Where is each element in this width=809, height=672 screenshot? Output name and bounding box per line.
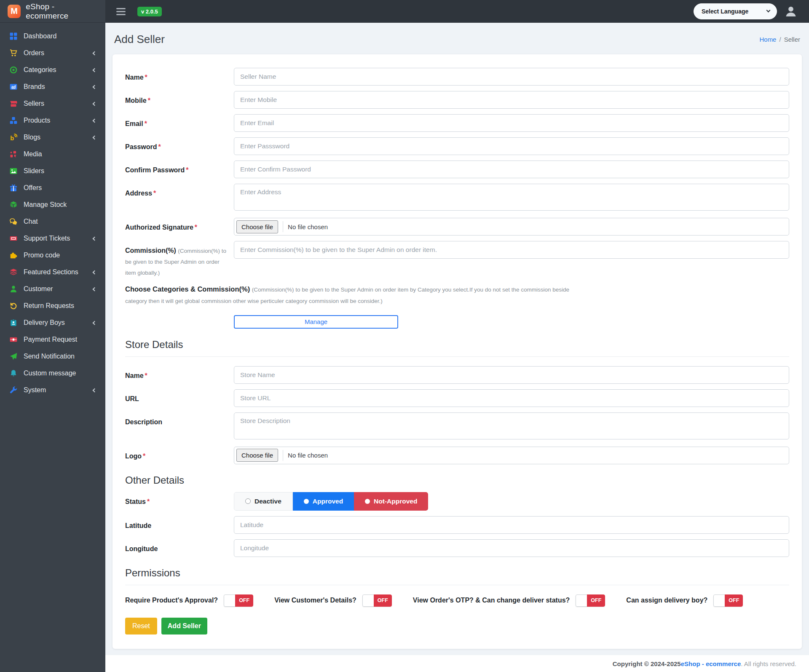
bell-icon [9, 369, 18, 377]
choose-categories-block: Choose Categories & Commission(%) (Commi… [125, 284, 572, 307]
gift-icon [9, 184, 18, 192]
sidebar-item-send-notification[interactable]: Send Notification [0, 348, 105, 365]
status-option-not-approved[interactable]: Not-Approved [354, 492, 428, 511]
form-row-longitude: Longitude [125, 539, 789, 557]
mobile-input[interactable] [234, 91, 789, 109]
manage-button[interactable]: Manage [234, 315, 398, 329]
permission-label: View Customer's Details? [274, 597, 356, 604]
commission-label: Commission(%) (Commission(%) to be given… [125, 241, 234, 278]
sidebar-item-categories[interactable]: Categories [0, 62, 105, 78]
status-option-approved[interactable]: Approved [293, 492, 354, 511]
sidebar-item-return-requests[interactable]: Return Requests [0, 297, 105, 314]
breadcrumb-current: Seller [784, 36, 800, 43]
sidebar-item-brands[interactable]: ad Brands [0, 78, 105, 95]
sidebar-item-support-tickets[interactable]: Support Tickets [0, 230, 105, 247]
add-seller-button[interactable]: Add Seller [161, 618, 207, 635]
form-row-store-url: URL [125, 389, 789, 407]
radio-unchecked-icon [245, 498, 251, 504]
address-textarea[interactable] [234, 184, 789, 211]
language-select[interactable]: Select Language [694, 3, 777, 19]
sidebar-item-label: Brands [24, 83, 87, 91]
sidebar-item-products[interactable]: Products [0, 112, 105, 129]
sidebar-item-blogs[interactable]: b Blogs [0, 129, 105, 146]
sidebar-item-dashboard[interactable]: Dashboard [0, 28, 105, 45]
language-select-wrap: Select Language [694, 3, 777, 19]
reset-button[interactable]: Reset [125, 618, 157, 635]
status-segmented-control: Deactive Approved Not-Approved [234, 492, 428, 511]
radio-checked-icon [304, 499, 309, 504]
permission-assign-delivery-boy: Can assign delivery boy? OFF [626, 594, 743, 607]
store-url-input[interactable] [234, 389, 789, 407]
commission-input[interactable] [234, 241, 789, 259]
form-row-email: Email* [125, 114, 789, 132]
footer-brand-link[interactable]: eShop - ecommerce [681, 660, 741, 667]
sidebar-item-payment-request[interactable]: Payment Request [0, 331, 105, 348]
sidebar-item-manage-stock[interactable]: Manage Stock [0, 196, 105, 213]
layers-icon [9, 268, 18, 276]
sidebar-item-delivery-boys[interactable]: Delivery Boys [0, 314, 105, 331]
product-approval-toggle[interactable]: OFF [224, 594, 253, 607]
store-description-textarea[interactable] [234, 412, 789, 439]
order-otp-toggle[interactable]: OFF [576, 594, 605, 607]
sidebar-item-orders[interactable]: Orders [0, 45, 105, 62]
sidebar-item-media[interactable]: Media [0, 146, 105, 163]
customer-details-toggle[interactable]: OFF [362, 594, 392, 607]
confirm-password-label: Confirm Password* [125, 161, 234, 178]
breadcrumb-separator: / [779, 36, 781, 43]
sidebar-item-offers[interactable]: Offers [0, 179, 105, 196]
form-row-mobile: Mobile* [125, 91, 789, 109]
page-header: Add Seller Home/Seller [113, 23, 802, 54]
required-marker: * [145, 74, 147, 81]
longitude-input[interactable] [234, 539, 789, 557]
manage-row: Manage [234, 315, 789, 329]
toggle-knob [224, 594, 235, 607]
sidebar-item-label: Categories [24, 66, 87, 74]
sidebar: M eShop - ecommerce Dashboard Orders Cat… [0, 0, 105, 672]
store-logo-file-input[interactable]: Choose file No file chosen [234, 447, 789, 464]
store-name-input[interactable] [234, 366, 789, 384]
sidebar-item-sliders[interactable]: Sliders [0, 163, 105, 179]
user-avatar-icon[interactable] [784, 4, 798, 19]
cart-icon [9, 49, 18, 57]
choose-categories-label: Choose Categories & Commission(%) [125, 285, 250, 293]
permission-label: View Order's OTP? & Can change deliver s… [413, 597, 570, 604]
sidebar-item-label: Return Requests [24, 302, 97, 310]
breadcrumb-home-link[interactable]: Home [759, 36, 776, 43]
box-3d-icon [9, 201, 18, 209]
brand-link[interactable]: M eShop - ecommerce [0, 0, 105, 23]
sidebar-item-promo-code[interactable]: Promo code [0, 247, 105, 264]
chevron-left-icon [93, 51, 97, 55]
choose-file-button[interactable]: Choose file [236, 220, 278, 233]
form-row-password: Password* [125, 137, 789, 155]
sidebar-item-system[interactable]: System [0, 382, 105, 399]
ad-badge-icon: ad [9, 83, 18, 91]
chevron-left-icon [93, 270, 97, 274]
hamburger-menu-icon[interactable] [116, 8, 126, 15]
sidebar-item-customer[interactable]: Customer [0, 281, 105, 297]
section-divider [125, 356, 789, 357]
sidebar-item-sellers[interactable]: Sellers [0, 95, 105, 112]
svg-text:ad: ad [11, 85, 16, 89]
choose-file-button[interactable]: Choose file [236, 449, 278, 462]
password-input[interactable] [234, 137, 789, 155]
confirm-password-input[interactable] [234, 161, 789, 178]
latitude-input[interactable] [234, 516, 789, 534]
assign-delivery-boy-toggle[interactable]: OFF [713, 594, 743, 607]
email-label: Email* [125, 114, 234, 132]
puzzle-icon [9, 252, 18, 259]
footer-rights-text: . All rights reserved. [741, 660, 796, 667]
sidebar-item-chat[interactable]: Chat [0, 213, 105, 230]
sidebar-item-label: Payment Request [24, 336, 97, 343]
sidebar-item-featured-sections[interactable]: Featured Sections [0, 264, 105, 281]
store-name-label: Name* [125, 366, 234, 384]
seller-name-input[interactable] [234, 68, 789, 86]
authorized-signature-file-input[interactable]: Choose file No file chosen [234, 218, 789, 236]
address-label: Address* [125, 184, 234, 212]
sidebar-item-label: Custom message [24, 369, 97, 377]
chevron-left-icon [93, 85, 97, 89]
undo-arrow-icon [9, 302, 18, 310]
password-label: Password* [125, 137, 234, 155]
email-input[interactable] [234, 114, 789, 132]
sidebar-item-custom-message[interactable]: Custom message [0, 365, 105, 382]
status-option-deactive[interactable]: Deactive [234, 492, 293, 511]
